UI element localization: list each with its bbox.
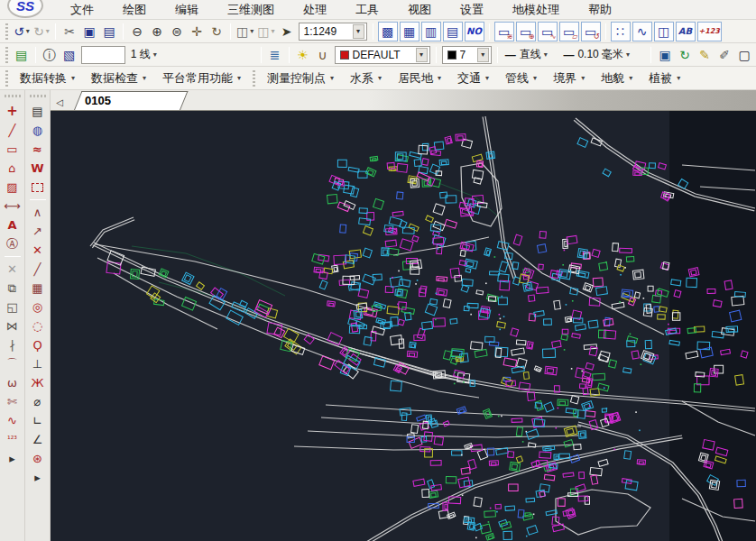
axes-dot-button[interactable]: ∟ bbox=[28, 411, 48, 430]
survey-point-button[interactable]: ▭⊕ bbox=[516, 22, 536, 41]
perpendicular-button[interactable]: ⊥ bbox=[28, 354, 48, 373]
menu-3[interactable]: 三维测图 bbox=[213, 0, 289, 20]
zoom-extents-button[interactable]: ▩ bbox=[378, 22, 398, 41]
path-nodes-button[interactable]: ∧ bbox=[28, 203, 48, 222]
toolbar-grip[interactable] bbox=[30, 93, 46, 99]
menu-0[interactable]: 文件 bbox=[56, 0, 108, 20]
layer-states-button[interactable]: ≣ bbox=[265, 45, 285, 65]
copy-button[interactable]: ▣ bbox=[79, 22, 99, 41]
toolbar-grip[interactable] bbox=[5, 93, 21, 99]
tab-scroll-left-button[interactable]: ◁ bbox=[52, 94, 67, 110]
label-ab-button[interactable]: AB bbox=[676, 22, 696, 41]
menu-5[interactable]: 工具 bbox=[341, 0, 393, 20]
gear-button[interactable]: ⊛ bbox=[28, 449, 48, 468]
layer-on-button[interactable]: ☀ bbox=[293, 45, 313, 65]
dropdown-caret-icon[interactable]: ▾ bbox=[626, 50, 630, 59]
copy-object-button[interactable]: ◱ bbox=[3, 298, 23, 316]
scale-combo[interactable]: 1:1249▾ bbox=[299, 23, 367, 41]
toolbar-grip[interactable] bbox=[4, 70, 10, 87]
zoom-out-button[interactable]: ⊖ bbox=[127, 22, 147, 41]
batch-button[interactable]: ≈ bbox=[28, 140, 48, 159]
lasso-button[interactable]: Ϙ bbox=[28, 335, 48, 354]
overflow-more-button[interactable]: ▸ bbox=[28, 468, 48, 487]
globe-button[interactable]: ◍ bbox=[28, 121, 48, 140]
hump-button[interactable]: ⌒ bbox=[3, 354, 23, 373]
orbit-button[interactable]: ↻ bbox=[207, 22, 226, 41]
menu-data-convert[interactable]: 数据转换▾ bbox=[12, 68, 83, 89]
overflow-more-button[interactable]: ▸ bbox=[3, 449, 23, 468]
node-cross-button[interactable]: ✕ bbox=[28, 241, 48, 260]
layer-new-button[interactable]: ▤ bbox=[12, 45, 32, 65]
grid-dense-button[interactable]: ▤ bbox=[443, 22, 463, 41]
menu-9[interactable]: 帮助 bbox=[574, 0, 626, 20]
w-points-button[interactable]: W bbox=[28, 159, 48, 178]
draw-line-button[interactable]: ╱ bbox=[3, 121, 23, 140]
zoom-window-button[interactable]: ⊜ bbox=[167, 22, 187, 41]
menu-control-points[interactable]: 测量控制点▾ bbox=[259, 68, 342, 89]
map-canvas-area[interactable] bbox=[51, 111, 756, 541]
undo-button[interactable]: ↺▾ bbox=[12, 22, 32, 41]
lock-drawing-button[interactable]: ▣ bbox=[655, 45, 675, 65]
draw-polygon-button[interactable]: ⌂ bbox=[3, 159, 23, 178]
grid-points-button[interactable]: ▦ bbox=[28, 279, 48, 298]
blocks-button[interactable]: ◫ bbox=[654, 22, 674, 41]
dropdown-caret-icon[interactable]: ▾ bbox=[353, 24, 364, 39]
segment-button[interactable]: ╱ bbox=[28, 260, 48, 279]
survey-line-button[interactable]: ▭∿ bbox=[538, 22, 558, 41]
break-line-button[interactable]: ∤ bbox=[3, 335, 23, 354]
layer-manager-button[interactable]: ▧ bbox=[60, 45, 79, 65]
menu-pipeline[interactable]: 管线▾ bbox=[497, 68, 545, 89]
pan-button[interactable]: ✛ bbox=[187, 22, 207, 41]
dashed-circle-button[interactable]: ◌ bbox=[28, 316, 48, 335]
menu-vegetation[interactable]: 植被▾ bbox=[641, 68, 688, 89]
menu-4[interactable]: 处理 bbox=[289, 0, 341, 20]
menu-terrain[interactable]: 地貌▾ bbox=[593, 68, 641, 89]
label-123-button[interactable]: +123 bbox=[697, 22, 722, 41]
dropdown-caret-icon[interactable]: ▾ bbox=[477, 48, 489, 62]
linetype-combo[interactable]: —直线▾ bbox=[502, 45, 559, 65]
tab-0105[interactable]: 0105 bbox=[74, 91, 180, 110]
dropdown-caret-icon[interactable]: ▾ bbox=[153, 50, 157, 59]
menu-7[interactable]: 设置 bbox=[446, 0, 498, 20]
display-button[interactable]: ▢ bbox=[734, 45, 754, 65]
brush-button[interactable]: ✐ bbox=[715, 45, 734, 65]
menu-2[interactable]: 编辑 bbox=[161, 0, 213, 20]
object-info-button[interactable]: ⓘ bbox=[40, 45, 60, 65]
view-previous-button[interactable]: ◫▾ bbox=[235, 22, 255, 41]
menu-platform-functions[interactable]: 平台常用功能▾ bbox=[154, 68, 249, 89]
toolbar-grip[interactable] bbox=[4, 23, 10, 40]
notebook-button[interactable]: ▤ bbox=[28, 102, 48, 121]
menu-6[interactable]: 视图 bbox=[393, 0, 446, 20]
survey-area-button[interactable]: ▭▱ bbox=[559, 22, 579, 41]
erase-button[interactable]: ✕ bbox=[3, 260, 23, 279]
menu-1[interactable]: 绘图 bbox=[108, 0, 161, 20]
cut-button[interactable]: ✂ bbox=[60, 22, 79, 41]
text-style-button[interactable]: Ⓐ bbox=[3, 234, 23, 253]
text-button[interactable]: A bbox=[3, 215, 23, 234]
edit-attributes-button[interactable]: ✎ bbox=[695, 45, 715, 65]
style-combo[interactable]: DEFAULT▾ bbox=[335, 46, 430, 64]
dropdown-caret-icon[interactable]: ▾ bbox=[416, 48, 428, 62]
toolbar-grip[interactable] bbox=[4, 47, 10, 63]
star-button[interactable]: Ж bbox=[28, 373, 48, 392]
grid-window-button[interactable]: ▥ bbox=[421, 22, 441, 41]
mirror-button[interactable]: ⋈ bbox=[3, 316, 23, 335]
refresh-button[interactable]: ↻ bbox=[675, 45, 695, 65]
menu-residential[interactable]: 居民地▾ bbox=[390, 68, 449, 89]
dropdown-caret-icon[interactable]: ▾ bbox=[544, 50, 548, 59]
link-copy-button[interactable]: ⧉ bbox=[3, 279, 23, 298]
rotate-numbers-button[interactable]: ¹²³ bbox=[3, 430, 23, 449]
line-circle-button[interactable]: ⌀ bbox=[28, 392, 48, 411]
view-next-button[interactable]: ◫▾ bbox=[255, 22, 276, 41]
point-display-button[interactable]: ∷ bbox=[611, 22, 631, 41]
menu-water[interactable]: 水系▾ bbox=[342, 68, 390, 89]
dashed-rect-button[interactable] bbox=[28, 178, 48, 197]
no-toggle-button[interactable]: NO bbox=[465, 22, 484, 41]
circle-center-button[interactable]: ◎ bbox=[28, 298, 48, 316]
zoom-all-button[interactable]: ▦ bbox=[400, 22, 419, 41]
menu-boundary[interactable]: 境界▾ bbox=[545, 68, 593, 89]
zoom-in-button[interactable]: ⊕ bbox=[147, 22, 167, 41]
trim-box-button[interactable]: ✄ bbox=[3, 392, 23, 411]
pipe-curve-button[interactable]: ∿ bbox=[3, 411, 23, 430]
draw-rect-button[interactable]: ▭ bbox=[3, 140, 23, 159]
